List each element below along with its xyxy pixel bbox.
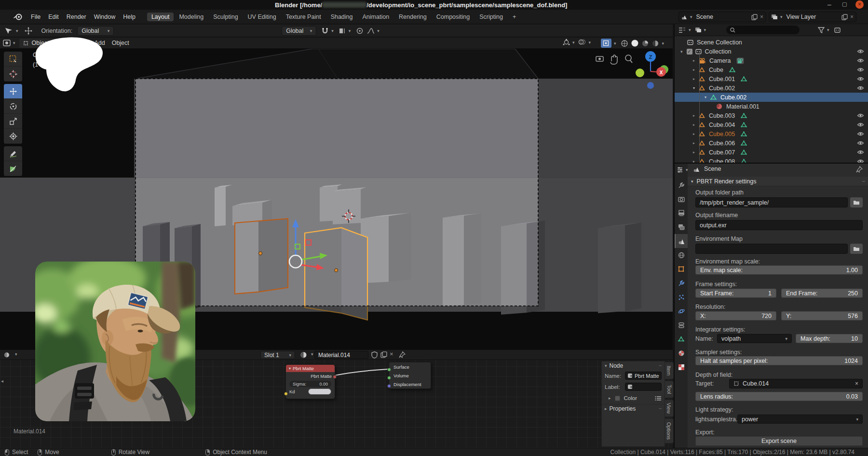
view-layer-selector[interactable]: ▾ View Layer × (769, 12, 856, 22)
node-kd-swatch[interactable] (308, 388, 331, 395)
res-x-slider[interactable]: X:720 (695, 311, 776, 320)
outliner-row-camera[interactable]: ▸ Camera (675, 56, 868, 65)
filter-icon[interactable] (818, 27, 825, 33)
target-object-field[interactable]: Cube.014 × (729, 379, 863, 388)
hide-icon[interactable] (857, 76, 864, 82)
collection-checkbox[interactable]: ✓ (687, 49, 692, 55)
pin-icon[interactable] (856, 166, 863, 173)
outliner-row-cube003[interactable]: ▸ Cube.003 (675, 111, 868, 120)
transform-orientation-dropdown[interactable]: Global▾ (282, 26, 316, 36)
outliner-row-scene-collection[interactable]: Scene Collection (675, 38, 868, 47)
outliner-row-cube[interactable]: ▸ Cube (675, 65, 868, 74)
env-map-browse-button[interactable] (850, 244, 863, 254)
node-output-socket[interactable] (333, 375, 337, 379)
tool-scale[interactable] (4, 114, 22, 129)
outliner-row-cube006[interactable]: ▸ Cube.006 (675, 138, 868, 148)
outliner-row-cube007[interactable]: ▸ Cube.007 (675, 148, 868, 157)
hide-icon[interactable] (857, 150, 864, 155)
tab-tool-icon[interactable] (675, 178, 688, 192)
max-depth-slider[interactable]: Max depth:10 (796, 334, 863, 343)
clear-target-icon[interactable]: × (855, 380, 858, 387)
falloff-icon[interactable] (367, 28, 375, 34)
tab-material-icon[interactable] (675, 346, 688, 360)
lens-radius-slider[interactable]: Lens radius:0.03 (695, 392, 863, 401)
integrator-dropdown[interactable]: volpath▾ (717, 334, 792, 343)
node-material-output[interactable]: Surface Volume Displacement (389, 362, 431, 389)
color-presets-icon[interactable] (655, 396, 662, 401)
tab-constraints-icon[interactable] (675, 318, 688, 332)
sidebar-toggle-arrow[interactable]: ◂ (1, 378, 3, 384)
close-button[interactable]: × (855, 0, 864, 9)
outliner-row-cube002[interactable]: ▾ Cube.002 (675, 83, 868, 93)
tab-tool[interactable]: Tool (665, 381, 674, 398)
tool-transform[interactable] (4, 129, 22, 144)
unlink-icon[interactable]: × (850, 14, 854, 20)
menu-render[interactable]: Render (63, 14, 90, 20)
hide-icon[interactable] (857, 67, 864, 72)
tab-sculpting[interactable]: Sculpting (209, 13, 242, 21)
surface-socket[interactable] (387, 368, 391, 372)
scene-selector[interactable]: ▾ Scene × (678, 12, 766, 22)
outliner-row-cube002-data[interactable]: ▾ Cube.002 (675, 93, 868, 102)
export-scene-button[interactable]: Export scene (695, 436, 863, 446)
tab-compositing[interactable]: Compositing (432, 13, 474, 21)
shading-material-icon[interactable] (641, 40, 649, 47)
unlink-icon[interactable]: × (760, 14, 763, 20)
snap-target-icon[interactable] (339, 28, 346, 34)
copy-material-icon[interactable] (380, 351, 387, 358)
tool-cursor[interactable] (4, 67, 22, 82)
displacement-socket[interactable] (387, 384, 391, 388)
tab-texture-icon[interactable] (675, 360, 688, 374)
hide-icon[interactable] (857, 140, 864, 146)
outliner-row-collection[interactable]: ▾ ✓ Collection (675, 47, 868, 56)
hide-icon[interactable] (857, 58, 864, 63)
menu-help[interactable]: Help (119, 14, 139, 20)
blender-logo[interactable] (13, 13, 23, 21)
tab-object-icon[interactable] (675, 262, 688, 276)
fake-user-shield-icon[interactable] (371, 351, 378, 359)
tab-modeling[interactable]: Modeling (175, 13, 208, 21)
tab-uv-editing[interactable]: UV Editing (244, 13, 281, 21)
tab-particles-icon[interactable] (675, 290, 688, 304)
display-mode-icon[interactable] (695, 27, 702, 33)
menu-file[interactable]: File (27, 14, 44, 20)
cube-thin[interactable] (215, 185, 232, 226)
minimize-button[interactable]: – (827, 0, 831, 8)
overlays-icon[interactable] (578, 39, 586, 46)
properties-editor-icon[interactable] (677, 166, 683, 173)
end-frame-slider[interactable]: End Frame:250 (781, 289, 863, 298)
node-kd-socket[interactable] (284, 392, 288, 396)
maximize-button[interactable]: ▢ (842, 1, 847, 7)
active-tool-icon[interactable] (4, 27, 14, 35)
output-folder-input[interactable]: /tmp/pbrt_render_sample/ (695, 197, 848, 207)
copy-icon[interactable] (841, 14, 848, 20)
tab-modifiers-icon[interactable] (675, 276, 688, 290)
tab-physics-icon[interactable] (675, 304, 688, 318)
node-pbrt-matte[interactable]: ▾ Pbrt Matte Pbrt Matte Sigma: 0.00 Kd (285, 364, 335, 399)
tab-data-icon[interactable] (675, 332, 688, 346)
editor-type-icon[interactable] (3, 40, 11, 46)
tool-move[interactable] (4, 84, 22, 99)
shading-wireframe-icon[interactable] (621, 40, 628, 47)
cube-center-back[interactable] (361, 213, 411, 283)
hide-icon[interactable] (857, 85, 864, 91)
res-y-slider[interactable]: Y:576 (781, 311, 863, 320)
copy-icon[interactable] (751, 14, 758, 20)
outliner-row-material001[interactable]: Material.001 (675, 102, 868, 111)
tool-annotate[interactable] (4, 146, 22, 161)
tab-item[interactable]: Item (665, 362, 674, 379)
output-filename-input[interactable]: output.exr (695, 220, 863, 230)
tab-animation[interactable]: Animation (358, 13, 394, 21)
menu-object[interactable]: Object (112, 40, 129, 46)
halt-samples-slider[interactable]: Halt at samples per pixel:1024 (695, 356, 863, 365)
hide-icon[interactable] (857, 49, 864, 54)
material-name-field[interactable]: Material.014 (314, 351, 368, 359)
hide-icon[interactable] (857, 113, 864, 118)
menu-edit[interactable]: Edit (44, 14, 63, 20)
volume-socket[interactable] (387, 376, 391, 380)
xray-toggle[interactable] (601, 39, 611, 48)
tab-world-icon[interactable] (675, 248, 688, 262)
outliner-row-cube008[interactable]: ▸ Cube.008 (675, 157, 868, 163)
tab-scene-icon[interactable] (675, 234, 688, 248)
show-gizmo-icon[interactable] (563, 39, 570, 46)
